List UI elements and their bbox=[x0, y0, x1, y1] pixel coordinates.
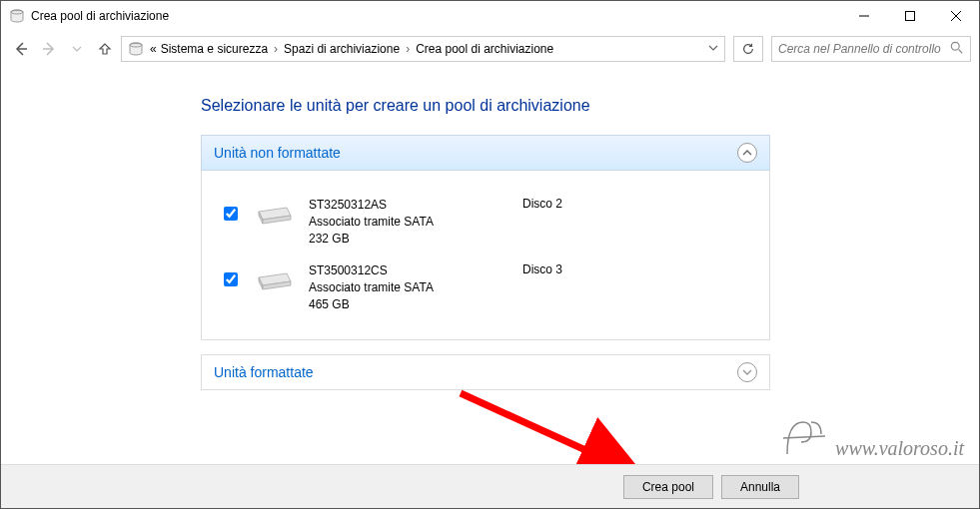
address-bar[interactable]: « Sistema e sicurezza › Spazi di archivi… bbox=[121, 36, 725, 62]
back-button[interactable] bbox=[9, 37, 33, 61]
drive-connection: Associato tramite SATA bbox=[309, 279, 508, 296]
forward-button[interactable] bbox=[37, 37, 61, 61]
svg-line-12 bbox=[461, 393, 640, 475]
breadcrumb-item[interactable]: Spazi di archiviazione bbox=[284, 42, 400, 56]
svg-rect-3 bbox=[906, 12, 915, 21]
watermark: www.valoroso.it bbox=[781, 414, 964, 460]
hdd-icon bbox=[255, 266, 295, 296]
search-input[interactable]: Cerca nel Pannello di controllo bbox=[771, 36, 971, 62]
search-icon bbox=[950, 41, 964, 58]
search-placeholder: Cerca nel Pannello di controllo bbox=[778, 42, 946, 56]
cancel-button[interactable]: Annulla bbox=[721, 475, 799, 499]
watermark-logo bbox=[781, 414, 827, 460]
drive-size: 465 GB bbox=[309, 296, 508, 313]
chevron-right-icon: › bbox=[406, 42, 410, 56]
breadcrumb-item[interactable]: Sistema e sicurezza bbox=[161, 42, 268, 56]
svg-line-11 bbox=[959, 49, 963, 53]
storage-icon bbox=[9, 8, 25, 24]
window-title: Crea pool di archiviazione bbox=[31, 9, 841, 23]
create-pool-button[interactable]: Crea pool bbox=[623, 475, 713, 499]
drive-connection: Associato tramite SATA bbox=[309, 214, 508, 231]
window-controls bbox=[841, 1, 979, 31]
drive-row: ST3500312CS Associato tramite SATA 465 G… bbox=[220, 254, 751, 320]
section-header-formatted[interactable]: Unità formattate bbox=[201, 354, 770, 390]
section-body-unformatted: ST3250312AS Associato tramite SATA 232 G… bbox=[201, 171, 770, 340]
drive-checkbox[interactable] bbox=[224, 272, 238, 286]
drive-info: ST3500312CS Associato tramite SATA 465 G… bbox=[309, 262, 508, 312]
chevron-down-icon[interactable] bbox=[708, 42, 718, 56]
chevron-down-icon bbox=[737, 362, 757, 382]
drive-panel: Unità non formattate ST3250312AS Associa… bbox=[201, 135, 770, 390]
footer-bar: Crea pool Annulla bbox=[1, 464, 979, 508]
maximize-button[interactable] bbox=[887, 1, 933, 31]
watermark-text: www.valoroso.it bbox=[835, 437, 964, 460]
svg-point-10 bbox=[951, 42, 959, 50]
section-header-unformatted[interactable]: Unità non formattate bbox=[201, 135, 770, 171]
drive-model: ST3250312AS bbox=[309, 197, 508, 214]
titlebar: Crea pool di archiviazione bbox=[1, 1, 979, 31]
recent-dropdown[interactable] bbox=[65, 37, 89, 61]
chevron-up-icon bbox=[737, 143, 757, 163]
hdd-icon bbox=[255, 201, 295, 231]
drive-checkbox[interactable] bbox=[224, 207, 238, 221]
page-heading: Selezionare le unità per creare un pool … bbox=[201, 97, 979, 115]
drive-info: ST3250312AS Associato tramite SATA 232 G… bbox=[309, 197, 508, 247]
close-button[interactable] bbox=[933, 1, 979, 31]
section-title: Unità non formattate bbox=[214, 145, 737, 161]
drive-model: ST3500312CS bbox=[309, 262, 508, 279]
nav-row: « Sistema e sicurezza › Spazi di archivi… bbox=[1, 31, 979, 67]
up-button[interactable] bbox=[93, 37, 117, 61]
drive-row: ST3250312AS Associato tramite SATA 232 G… bbox=[220, 189, 751, 254]
breadcrumb-item[interactable]: Crea pool di archiviazione bbox=[416, 42, 553, 56]
drive-label: Disco 2 bbox=[522, 197, 642, 211]
drive-size: 232 GB bbox=[309, 231, 508, 248]
minimize-button[interactable] bbox=[841, 1, 887, 31]
breadcrumb-prefix: « bbox=[150, 42, 157, 56]
refresh-button[interactable] bbox=[733, 36, 763, 62]
main-content: Selezionare le unità per creare un pool … bbox=[1, 67, 979, 390]
chevron-right-icon: › bbox=[274, 42, 278, 56]
drive-label: Disco 3 bbox=[522, 262, 642, 276]
storage-icon bbox=[128, 41, 144, 57]
section-title: Unità formattate bbox=[214, 364, 737, 380]
